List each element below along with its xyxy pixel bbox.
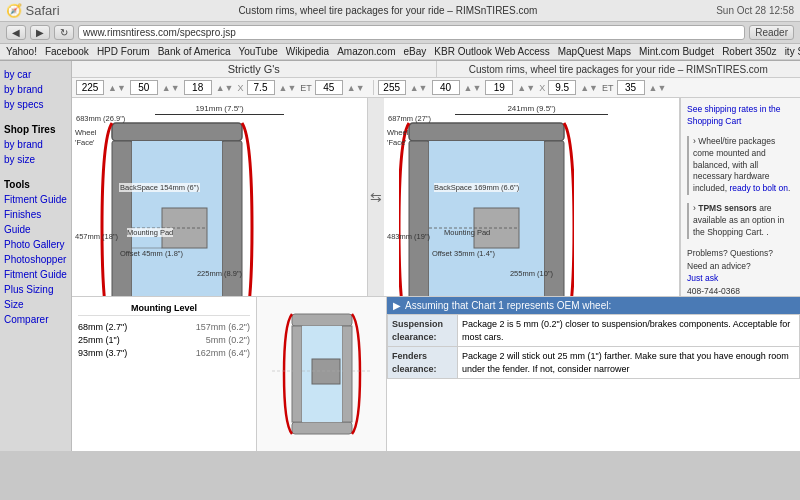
chart1-diameter[interactable] — [184, 80, 212, 95]
strictly-gs-label: Strictly G's — [72, 61, 437, 77]
table-row-fenders: Fenders clearance: Package 2 will stick … — [388, 347, 800, 379]
chart2-offset: Offset 35mm (1.4") — [432, 249, 495, 258]
bottom-measurements: Mounting Level 68mm (2.7") 157mm (6.2") … — [72, 297, 257, 451]
meas-row-1: 68mm (2.7") 157mm (6.2") — [78, 322, 250, 332]
bottom-area: Mounting Level 68mm (2.7") 157mm (6.2") … — [72, 296, 800, 451]
svg-rect-20 — [312, 359, 340, 384]
arrow-between-charts: ⇆ — [368, 98, 384, 296]
chart2-bottom-width: 255mm (10") — [510, 269, 553, 278]
tools-title: Tools — [4, 179, 67, 190]
bookmark-kbr[interactable]: KBR Outlook Web Access — [434, 46, 549, 57]
info-comparison-table: Suspension clearance: Package 2 is 5 mm … — [387, 314, 800, 379]
chart2-et[interactable] — [617, 80, 645, 95]
bookmark-mapquest[interactable]: MapQuest Maps — [558, 46, 631, 57]
bookmark-yahoo[interactable]: Yahoo! — [6, 46, 37, 57]
back-button[interactable]: ◀ — [6, 25, 26, 40]
svg-rect-16 — [292, 422, 352, 434]
shipping-link[interactable]: See shipping rates in the Shopping Cart — [687, 104, 781, 126]
url-input[interactable] — [78, 25, 745, 40]
reader-button[interactable]: Reader — [749, 25, 794, 40]
info-title-text: Assuming that Chart 1 represents OEM whe… — [405, 300, 611, 311]
chart1-aspect[interactable] — [130, 80, 158, 95]
sidebar-plus-sizing[interactable]: Plus Sizing — [4, 282, 67, 297]
chart1-wheel-face-label: Wheel'Face' — [75, 128, 96, 148]
chart2-diameter[interactable] — [485, 80, 513, 95]
chart2-width2[interactable] — [548, 80, 576, 95]
chart2-panel: 241mm (9.5") Wheel'Face' BackSpace 169mm… — [384, 98, 680, 296]
suspension-text: Package 2 is 5 mm (0.2") closer to suspe… — [458, 315, 800, 347]
sidebar-by-car[interactable]: by car — [4, 67, 67, 82]
shipping-info: See shipping rates in the Shopping Cart — [687, 104, 794, 128]
bottom-info-table-area: ▶ Assuming that Chart 1 represents OEM w… — [387, 297, 800, 451]
bookmark-boa[interactable]: Bank of America — [158, 46, 231, 57]
chart2-wheel-face-label: Wheel'Face' — [387, 128, 408, 148]
contact-info: Problems? Questions? Need an advice? Jus… — [687, 247, 794, 296]
sidebar-fitment-guide2[interactable]: Fitment Guide — [4, 267, 67, 282]
svg-rect-8 — [409, 123, 564, 141]
toolbar: ◀ ▶ ↻ Reader — [0, 22, 800, 44]
main-content: Strictly G's Custom rims, wheel tire pac… — [72, 61, 800, 451]
bookmark-wikipedia[interactable]: Wikipedia — [286, 46, 329, 57]
chart1-et[interactable] — [315, 80, 343, 95]
sidebar-tires-by-size[interactable]: by size — [4, 152, 67, 167]
bookmark-studios[interactable]: ity Studios — [785, 46, 800, 57]
sidebar-by-specs[interactable]: by specs — [4, 97, 67, 112]
chart1-top-width: 191mm (7.5") — [195, 104, 243, 113]
page-title: Custom rims, wheel tire packages for you… — [238, 5, 537, 16]
sidebar: by car by brand by specs Shop Tires by b… — [0, 61, 72, 451]
sidebar-fitment-guide[interactable]: Fitment Guide — [4, 192, 67, 207]
chart1-barrel-height: 683mm (26.9") — [76, 114, 125, 123]
bookmark-facebook[interactable]: Facebook — [45, 46, 89, 57]
meas-row-3: 93mm (3.7") 162mm (6.4") — [78, 348, 250, 358]
window-controls: Sun Oct 28 12:58 — [716, 5, 794, 16]
chart1-panel: 191mm (7.5") — [72, 98, 368, 296]
svg-rect-0 — [112, 123, 242, 141]
meas-row-2: 25mm (1") 5mm (0.2") — [78, 335, 250, 345]
tip1: › Wheel/tire packages come mounted and b… — [687, 136, 794, 195]
bookmark-youtube[interactable]: YouTube — [238, 46, 277, 57]
svg-rect-17 — [292, 326, 302, 422]
chart1-width[interactable] — [76, 80, 104, 95]
bookmark-robert[interactable]: Robert 350z — [722, 46, 776, 57]
chart2-top-width: 241mm (9.5") — [507, 104, 555, 113]
fenders-text: Package 2 will stick out 25 mm (1") fart… — [458, 347, 800, 379]
sidebar-by-brand-1[interactable]: by brand — [4, 82, 67, 97]
svg-rect-18 — [342, 326, 352, 422]
main-layout: by car by brand by specs Shop Tires by b… — [0, 61, 800, 451]
chart2-mounting-pad: Mounting Pad — [444, 228, 490, 237]
bottom-wheel-sketch — [257, 297, 387, 451]
svg-rect-15 — [292, 314, 352, 326]
sidebar-tires-by-brand[interactable]: by brand — [4, 137, 67, 152]
chart1-width2[interactable] — [247, 80, 275, 95]
svg-rect-2 — [112, 141, 132, 296]
controls-row: ▲▼ ▲▼ ▲▼ X ▲▼ ET ▲▼ ▲▼ ▲▼ ▲▼ X ▲▼ ET — [72, 78, 800, 98]
bookmark-mint[interactable]: Mint.com Budget — [639, 46, 714, 57]
bookmark-amazon[interactable]: Amazon.com — [337, 46, 395, 57]
bookmark-hpd[interactable]: HPD Forum — [97, 46, 150, 57]
chart2-barrel-height: 687mm (27") — [388, 114, 431, 123]
ready-to-bolt-link[interactable]: ready to bolt on — [729, 183, 788, 193]
right-info-panel: See shipping rates in the Shopping Cart … — [680, 98, 800, 296]
sidebar-photo-gallery[interactable]: Photo Gallery — [4, 237, 67, 252]
mounting-level-title: Mounting Level — [78, 303, 250, 316]
chart2-width[interactable] — [378, 80, 406, 95]
bottom-sketch-svg — [272, 309, 372, 439]
table-row-suspension: Suspension clearance: Package 2 is 5 mm … — [388, 315, 800, 347]
sidebar-size-comparer[interactable]: Size Comparer — [4, 297, 67, 327]
suspension-header: Suspension clearance: — [388, 315, 458, 347]
fenders-header: Fenders clearance: — [388, 347, 458, 379]
info-title-icon: ▶ — [393, 300, 401, 311]
sidebar-photoshopper[interactable]: Photoshopper — [4, 252, 67, 267]
chart1-mounting-pad: Mounting Pad — [127, 228, 173, 237]
chart1-offset: Offset 45mm (1.8") — [120, 249, 183, 258]
bookmarks-bar: Yahoo! Facebook HPD Forum Bank of Americ… — [0, 44, 800, 60]
bookmark-ebay[interactable]: eBay — [404, 46, 427, 57]
sidebar-finishes-guide[interactable]: Finishes Guide — [4, 207, 67, 237]
shop-tires-title: Shop Tires — [4, 124, 67, 135]
title-bar: 🧭 Safari Custom rims, wheel tire package… — [0, 0, 800, 22]
forward-button[interactable]: ▶ — [30, 25, 50, 40]
chart2-aspect[interactable] — [432, 80, 460, 95]
just-ask-link[interactable]: Just ask — [687, 273, 718, 283]
chart2-backspace: BackSpace 169mm (6.6") — [434, 183, 519, 192]
refresh-button[interactable]: ↻ — [54, 25, 74, 40]
